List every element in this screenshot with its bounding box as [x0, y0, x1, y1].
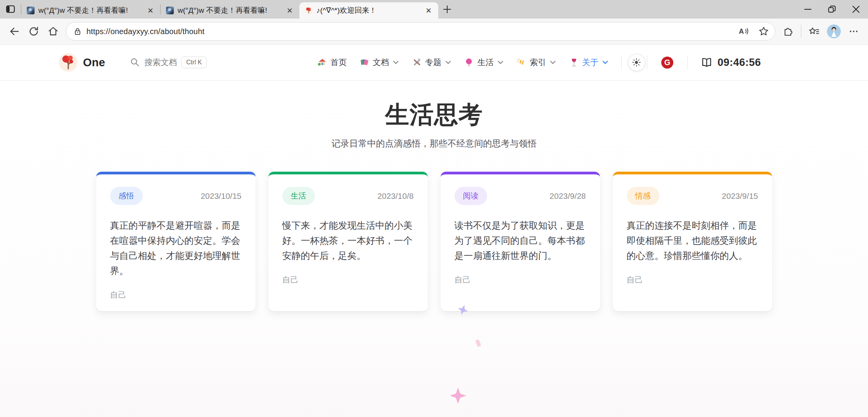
house-icon: [318, 58, 327, 67]
chevron-down-icon: [393, 60, 399, 65]
open-book-icon: [701, 57, 712, 68]
gitee-icon[interactable]: G: [661, 57, 673, 69]
card-date: 2023/9/28: [550, 191, 586, 201]
tab-close-icon[interactable]: ✕: [145, 5, 156, 16]
card-author: 自己: [455, 274, 586, 285]
card-header: 生活 2023/10/8: [282, 187, 414, 205]
sun-icon: [631, 57, 641, 67]
red-tree-logo-icon: [59, 53, 78, 72]
card-header: 感悟 2023/10/15: [110, 187, 242, 205]
tab-title: w(°Д°)w 不要走！再看看嘛!: [38, 5, 141, 16]
search-shortcut-badge: Ctrl K: [181, 57, 207, 68]
wine-glass-icon: [569, 58, 579, 67]
clock-time: 09:46:56: [718, 57, 761, 69]
lock-icon[interactable]: [73, 26, 83, 36]
quote-card: 情感 2023/9/15 真正的连接不是时刻相伴，而是即使相隔千里，也能感受到彼…: [613, 172, 772, 311]
card-quote: 真正的平静不是避开喧嚣，而是在喧嚣中保持内心的安定。学会与自己相处，才能更好地理…: [110, 218, 242, 278]
close-window-button[interactable]: [844, 0, 868, 19]
site-nav: 首页 文档 专题 生活: [311, 54, 761, 71]
search-label: 搜索文档: [144, 57, 177, 68]
header-divider: [687, 55, 688, 69]
nav-label: 首页: [330, 57, 347, 68]
card-quote: 读书不仅是为了获取知识，更是为了遇见不同的自己。每本书都是一扇通往新世界的门。: [455, 218, 586, 263]
site-header: One 搜索文档 Ctrl K 首页 文档 专题: [0, 45, 868, 81]
card-date: 2023/10/15: [201, 191, 241, 201]
search-box[interactable]: 搜索文档 Ctrl K: [130, 57, 207, 68]
card-header: 阅读 2023/9/28: [455, 187, 586, 205]
nav-item-index[interactable]: 索引: [510, 57, 563, 68]
nav-label: 索引: [530, 57, 546, 68]
theme-toggle-button[interactable]: [628, 54, 645, 71]
page-subtitle: 记录日常中的点滴感悟，那些不经意间的思考与领悟: [0, 138, 868, 150]
hero-section: 生活思考 记录日常中的点滴感悟，那些不经意间的思考与领悟: [0, 81, 868, 150]
reading-clock-widget: 09:46:56: [701, 57, 761, 69]
tab-title: ♪(^∇^*)欢迎回来！: [316, 5, 419, 16]
paddle-icon: [465, 58, 474, 67]
nav-label: 关于: [582, 57, 598, 68]
tab-favicon-anime: [166, 7, 174, 14]
books-icon: [360, 58, 369, 67]
card-quote: 慢下来，才能发现生活中的小美好。一杯热茶，一本好书，一个安静的午后，足矣。: [282, 218, 414, 263]
address-bar[interactable]: https://onedayxyy.cn/about/thouht A: [66, 22, 775, 41]
nav-item-docs[interactable]: 文档: [353, 57, 406, 68]
url-text[interactable]: https://onedayxyy.cn/about/thouht: [86, 27, 731, 36]
quote-cards-grid: 感悟 2023/10/15 真正的平静不是避开喧嚣，而是在喧嚣中保持内心的安定。…: [0, 172, 868, 311]
chevron-down-icon: [550, 60, 556, 65]
card-tag: 生活: [282, 187, 315, 205]
card-quote: 真正的连接不是时刻相伴，而是即使相隔千里，也能感受到彼此的心意。珍惜那些懂你的人…: [627, 218, 758, 263]
card-author: 自己: [627, 274, 758, 285]
restore-button[interactable]: [820, 0, 844, 19]
card-author: 自己: [110, 289, 242, 300]
back-button[interactable]: [5, 22, 24, 41]
card-date: 2023/10/8: [377, 191, 413, 201]
quote-card: 阅读 2023/9/28 读书不仅是为了获取知识，更是为了遇见不同的自己。每本书…: [441, 172, 600, 311]
extensions-icon[interactable]: [778, 22, 798, 41]
card-tag: 阅读: [455, 187, 487, 205]
tab-actions-icon: [5, 3, 16, 15]
toolbar-divider: [801, 25, 801, 38]
header-divider: [621, 55, 622, 69]
browser-toolbar: https://onedayxyy.cn/about/thouht A: [0, 19, 868, 45]
browser-tab-2[interactable]: w(°Д°)w 不要走！再看看嘛! ✕: [161, 2, 299, 19]
nav-item-about[interactable]: 关于: [563, 57, 615, 68]
read-aloud-icon[interactable]: A: [735, 23, 752, 40]
chevron-down-icon: [445, 60, 451, 65]
nav-item-life[interactable]: 生活: [458, 57, 510, 68]
browser-tab-3-active[interactable]: ♪(^∇^*)欢迎回来！ ✕: [299, 2, 438, 19]
chevron-down-icon: [602, 60, 609, 65]
card-header: 情感 2023/9/15: [627, 187, 758, 205]
page-content: 生活思考 记录日常中的点滴感悟，那些不经意间的思考与领悟 感悟 2023/10/…: [0, 81, 868, 417]
chevron-down-icon: [497, 60, 504, 65]
quote-card: 感悟 2023/10/15 真正的平静不是避开喧嚣，而是在喧嚣中保持内心的安定。…: [96, 172, 256, 311]
search-icon: [130, 57, 140, 67]
tab-favicon-tree-logo: [305, 7, 313, 14]
refresh-button[interactable]: [24, 22, 43, 41]
header-divider: [647, 55, 647, 69]
site-logo-text: One: [83, 56, 105, 69]
card-tag: 情感: [627, 187, 659, 205]
tools-icon: [412, 58, 422, 67]
tab-title: w(°Д°)w 不要走！再看看嘛!: [178, 5, 280, 16]
tab-favicon-anime: [27, 7, 35, 14]
favorites-bar-icon[interactable]: [804, 22, 824, 41]
site-logo[interactable]: One: [59, 53, 105, 72]
nav-label: 专题: [425, 57, 441, 68]
browser-tab-1[interactable]: w(°Д°)w 不要走！再看看嘛! ✕: [21, 2, 160, 19]
nav-label: 文档: [373, 57, 389, 68]
home-button[interactable]: [43, 22, 63, 41]
tab-actions-button[interactable]: [0, 0, 21, 19]
card-date: 2023/9/15: [722, 191, 758, 201]
card-tag: 感悟: [110, 187, 143, 205]
profile-avatar[interactable]: [827, 24, 841, 38]
tab-close-icon[interactable]: ✕: [423, 5, 434, 16]
window-controls: [796, 0, 868, 19]
page-title: 生活思考: [0, 98, 868, 131]
new-tab-button[interactable]: [438, 0, 456, 18]
minimize-button[interactable]: [796, 0, 820, 19]
more-options-icon[interactable]: [844, 22, 863, 41]
favorite-star-icon[interactable]: [756, 23, 772, 40]
nav-item-topics[interactable]: 专题: [406, 57, 458, 68]
tab-close-icon[interactable]: ✕: [284, 5, 296, 16]
browser-tab-strip: w(°Д°)w 不要走！再看看嘛! ✕ w(°Д°)w 不要走！再看看嘛! ✕ …: [0, 0, 868, 19]
nav-item-home[interactable]: 首页: [311, 57, 353, 68]
